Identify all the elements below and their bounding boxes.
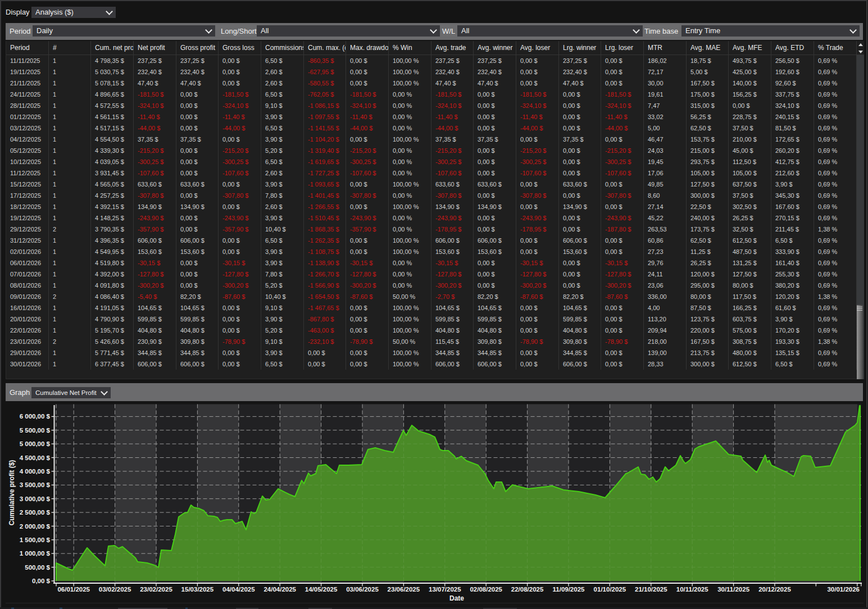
svg-text:4 000,00 $: 4 000,00 $ (20, 468, 51, 475)
svg-text:Cumulative profit ($): Cumulative profit ($) (8, 460, 16, 526)
svg-text:3 000,00 $: 3 000,00 $ (20, 496, 51, 502)
svg-text:13/07/2025: 13/07/2025 (429, 586, 461, 593)
svg-text:500,00 $: 500,00 $ (25, 564, 50, 571)
svg-text:14/05/2025: 14/05/2025 (305, 586, 338, 593)
svg-text:2 500,00 $: 2 500,00 $ (20, 509, 51, 516)
svg-text:15/03/2025: 15/03/2025 (181, 586, 214, 593)
svg-text:11/09/2025: 11/09/2025 (553, 586, 585, 593)
svg-text:5 500,00 $: 5 500,00 $ (20, 427, 51, 434)
svg-text:30/01/2026: 30/01/2026 (827, 586, 860, 593)
svg-text:Date: Date (449, 594, 464, 602)
svg-text:3 500,00 $: 3 500,00 $ (20, 481, 51, 488)
svg-text:23/06/2025: 23/06/2025 (388, 586, 420, 593)
svg-text:03/06/2025: 03/06/2025 (346, 586, 379, 593)
svg-text:5 000,00 $: 5 000,00 $ (20, 440, 51, 447)
svg-text:20/12/2025: 20/12/2025 (758, 586, 791, 593)
svg-text:4 500,00 $: 4 500,00 $ (20, 455, 51, 461)
svg-text:0,00 $: 0,00 $ (32, 578, 51, 584)
svg-text:03/02/2025: 03/02/2025 (99, 586, 131, 593)
svg-text:23/02/2025: 23/02/2025 (140, 586, 172, 593)
svg-text:04/04/2025: 04/04/2025 (222, 586, 255, 593)
svg-text:24/04/2025: 24/04/2025 (263, 586, 296, 593)
svg-text:1 500,00 $: 1 500,00 $ (20, 537, 51, 543)
svg-text:01/10/2025: 01/10/2025 (594, 586, 626, 593)
svg-text:06/01/2025: 06/01/2025 (57, 586, 90, 593)
svg-text:22/08/2025: 22/08/2025 (511, 586, 544, 593)
svg-text:30/11/2025: 30/11/2025 (717, 586, 750, 593)
svg-text:6 000,00 $: 6 000,00 $ (20, 413, 51, 420)
svg-text:10/11/2025: 10/11/2025 (676, 586, 709, 593)
svg-text:21/10/2025: 21/10/2025 (635, 586, 667, 593)
svg-text:02/08/2025: 02/08/2025 (470, 586, 502, 593)
svg-text:1 000,00 $: 1 000,00 $ (20, 550, 51, 557)
svg-text:2 000,00 $: 2 000,00 $ (20, 523, 51, 530)
